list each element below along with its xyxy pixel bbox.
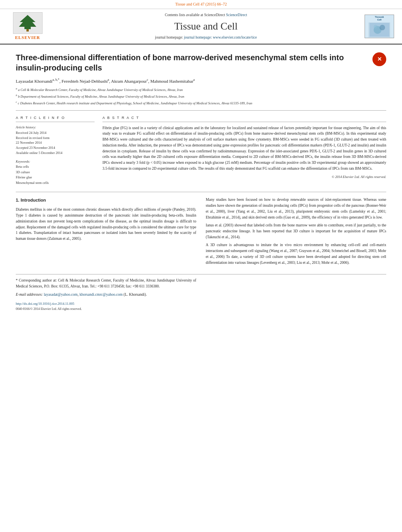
elsevier-logo-area: ELSEVIER xyxy=(8,12,47,41)
elsevier-tree-image xyxy=(13,12,43,34)
sciencedirect-link[interactable]: ScienceDirect xyxy=(226,13,247,17)
email-owner: (L. Khorsandi). xyxy=(124,293,147,297)
introduction-left-col: 1. Introduction Diabetes mellitus is one… xyxy=(16,197,196,268)
journal-citation-bar: Tissue and Cell 47 (2015) 66–72 xyxy=(0,0,402,9)
email-label: E-mail addresses: xyxy=(16,293,44,297)
journal-cover-image: Tissue& Cell xyxy=(365,15,394,38)
info-abstract-section: A R T I C L E I N F O Article history: R… xyxy=(16,115,386,185)
footnote-left: * Corresponding author at: Cell & Molecu… xyxy=(16,278,196,311)
abstract-column: A B S T R A C T Fibrin glue (FG) is used… xyxy=(102,115,386,185)
doi-link[interactable]: http://dx.doi.org/10.1016/j.tice.2014.11… xyxy=(16,302,74,306)
section-number: 1. xyxy=(16,198,19,202)
author-ahangarpour: Akram Ahangarpour xyxy=(111,79,147,83)
section-title: Introduction xyxy=(20,198,46,202)
elsevier-brand-text: ELSEVIER xyxy=(15,35,40,41)
keywords-list: Beta cells 3D culture Fibrine glue Mesen… xyxy=(16,164,95,185)
date-revised-value: 22 November 2014 xyxy=(16,141,95,145)
article-title: Three-dimensional differentiation of bon… xyxy=(16,52,368,73)
affiliation-b: b b Department of Anatomical Sciences, F… xyxy=(16,93,386,99)
contents-text: Contents lists available at ScienceDirec… xyxy=(165,13,225,17)
keyword-mesenchymal: Mesenchymal stem cells xyxy=(16,180,95,186)
issn-line: 0040-8166/© 2014 Elsevier Ltd. All right… xyxy=(16,307,196,311)
history-label: Article history: xyxy=(16,125,95,130)
keywords-label: Keywords: xyxy=(16,159,95,164)
introduction-two-col: 1. Introduction Diabetes mellitus is one… xyxy=(16,197,386,268)
copyright-line: © 2014 Elsevier Ltd. All rights reserved… xyxy=(102,175,386,180)
intro-para-right-1: Many studies have been focused on how to… xyxy=(206,197,386,220)
journal-center-info: Contents lists available at ScienceDirec… xyxy=(47,13,365,41)
doi-section: http://dx.doi.org/10.1016/j.tice.2014.11… xyxy=(16,301,196,306)
introduction-right-col: Many studies have been focused on how to… xyxy=(206,197,386,268)
homepage-label: journal homepage: xyxy=(155,35,184,39)
keyword-fibrine: Fibrine glue xyxy=(16,175,95,180)
footnote-two-col: * Corresponding author at: Cell & Molecu… xyxy=(16,278,386,311)
journal-homepage-line: journal homepage: journal homepage: www.… xyxy=(47,35,365,40)
affiliations-section: a a Cell & Molecular Research Center, Fa… xyxy=(16,87,386,106)
cover-title-cell: Cell xyxy=(377,19,382,21)
page-wrapper: Tissue and Cell 47 (2015) 66–72 ELSEVIER… xyxy=(0,0,402,319)
date-accepted: Accepted 23 November 2014 xyxy=(16,146,95,150)
keyword-beta: Beta cells xyxy=(16,164,95,170)
keywords-section: Keywords: Beta cells 3D culture Fibrine … xyxy=(16,159,95,185)
abstract-label: A B S T R A C T xyxy=(102,115,386,122)
intro-heading: 1. Introduction xyxy=(16,197,196,204)
affiliation-c: c c Diabetes Research Center, Health res… xyxy=(16,100,386,106)
email-link-2[interactable]: khorsandi.cmrc@yahoo.com xyxy=(80,293,123,297)
date-online: Available online 5 December 2014 xyxy=(16,151,95,156)
affil-sup-a2: a xyxy=(194,78,195,82)
journal-header: ELSEVIER Contents lists available at Sci… xyxy=(0,9,402,44)
article-info-label: A R T I C L E I N F O xyxy=(16,115,95,122)
intro-para-right-3: A 3D culture is advantageous to imitate … xyxy=(206,242,386,265)
elsevier-tree-icon xyxy=(16,14,39,32)
journal-title-display: Tissue and Cell xyxy=(47,19,365,33)
author-hashemitabar: Mahmoud Hashemitabar xyxy=(151,79,194,83)
crossmark-badge[interactable]: ✕ xyxy=(372,52,386,66)
svg-point-4 xyxy=(380,25,385,30)
header-divider xyxy=(16,110,386,111)
footnote-right xyxy=(206,278,386,311)
keyword-3d: 3D culture xyxy=(16,170,95,175)
email-note: E-mail addresses: layasadat@yahoo.com, k… xyxy=(16,292,196,298)
article-body: Three-dimensional differentiation of bon… xyxy=(0,44,402,319)
date-received: Received 24 July 2014 xyxy=(16,131,95,135)
corresponding-author-note: * Corresponding author at: Cell & Molecu… xyxy=(16,278,196,289)
cover-microscopy-image xyxy=(370,23,389,37)
main-content: 1. Introduction Diabetes mellitus is one… xyxy=(16,197,386,268)
affiliation-a: a a Cell & Molecular Research Center, Fa… xyxy=(16,87,386,93)
affil-sup-ab: a, b,* xyxy=(52,78,60,82)
svg-point-5 xyxy=(374,25,378,29)
intro-para-1: Diabetes mellitus is one of the most com… xyxy=(16,207,196,241)
cover-title-tissue: Tissue& xyxy=(375,16,384,18)
svg-marker-1 xyxy=(19,15,36,29)
contents-line: Contents lists available at ScienceDirec… xyxy=(47,13,365,18)
abstract-divider xyxy=(16,192,386,192)
article-title-section: Three-dimensional differentiation of bon… xyxy=(16,52,386,73)
journal-citation: Tissue and Cell 47 (2015) 66–72 xyxy=(175,2,227,6)
journal-homepage-link[interactable]: journal homepage: www.elsevier.com/locat… xyxy=(184,35,257,39)
author-khorsandi: Layasadat Khorsandi xyxy=(16,79,52,83)
intro-para-right-2: Ianus et al. (2003) showed that labeled … xyxy=(206,222,386,240)
email-link-1[interactable]: layasadat@yahoo.com xyxy=(44,293,78,297)
date-revised-label: Received in revised form xyxy=(16,136,95,141)
article-info-column: A R T I C L E I N F O Article history: R… xyxy=(16,115,95,185)
authors-line: Layasadat Khorsandia, b,*, Fereshteh Nej… xyxy=(16,78,386,84)
abstract-text: Fibrin glue (FG) is used in a variety of… xyxy=(102,125,386,172)
author-nejad: Fereshteh Nejad-Dehbashi xyxy=(61,79,108,83)
footnote-section: * Corresponding author at: Cell & Molecu… xyxy=(16,274,386,311)
